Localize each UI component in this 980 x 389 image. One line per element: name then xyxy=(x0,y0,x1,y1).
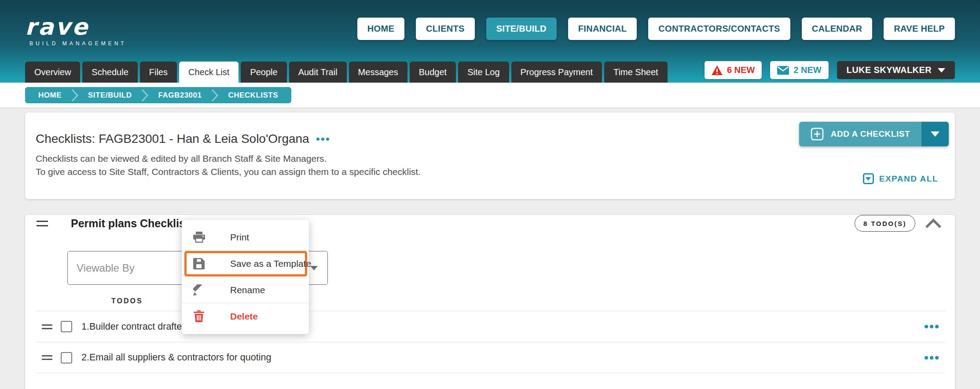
nav-home-button[interactable]: HOME xyxy=(357,18,404,40)
tab-time-sheet[interactable]: Time Sheet xyxy=(604,62,668,83)
menu-item-label: Save as a Template xyxy=(230,258,311,269)
user-menu-button[interactable]: LUKE SKYWALKER xyxy=(837,61,955,79)
nav-calendar-button[interactable]: CALENDAR xyxy=(802,18,873,40)
todo-row: 1.Builder contract drafted xyxy=(36,311,945,342)
nav-site-build-button[interactable]: SITE/BUILD xyxy=(486,18,557,40)
tab-check-list[interactable]: Check List xyxy=(179,62,239,83)
todo-more-icon[interactable] xyxy=(925,356,939,360)
add-checklist-split-button: ADD A CHECKLIST xyxy=(799,122,949,146)
page-title-more-icon[interactable] xyxy=(316,138,329,141)
checklist-card: Permit plans Checklist 8 TODO(S) Viewabl… xyxy=(25,215,955,389)
checklist-title: Permit plans Checklist xyxy=(71,217,189,230)
tab-budget[interactable]: Budget xyxy=(410,62,456,83)
tab-audit-trail[interactable]: Audit Trail xyxy=(289,62,347,83)
breadcrumb-home[interactable]: HOME xyxy=(25,91,75,100)
add-checklist-button[interactable]: ADD A CHECKLIST xyxy=(799,122,921,146)
todo-drag-handle-icon[interactable] xyxy=(42,355,52,360)
printer-icon xyxy=(193,232,205,243)
tab-site-log[interactable]: Site Log xyxy=(458,62,509,83)
expand-all-icon xyxy=(863,173,874,184)
tab-progress-payment[interactable]: Progress Payment xyxy=(511,62,602,83)
user-name: LUKE SKYWALKER xyxy=(847,65,932,75)
save-icon xyxy=(193,258,205,269)
rave-logo-subtitle: BUILD MANAGEMENT xyxy=(25,40,127,47)
pencil-icon xyxy=(193,284,205,296)
rave-logo[interactable]: rave BUILD MANAGEMENT xyxy=(25,15,127,47)
main-content: Checklists: FAGB23001 - Han & Leia Solo'… xyxy=(0,108,980,389)
tab-files[interactable]: Files xyxy=(140,62,177,83)
breadcrumb-checklists[interactable]: CHECKLISTS xyxy=(215,91,291,100)
rave-logo-text: rave xyxy=(25,15,127,39)
todos-column-label: TODOS xyxy=(111,297,143,305)
alerts-area: 6 NEW 2 NEW LUKE SKYWALKER xyxy=(705,61,955,79)
menu-item-label: Delete xyxy=(230,311,258,322)
plus-square-icon xyxy=(811,127,824,141)
warning-alerts-badge[interactable]: 6 NEW xyxy=(705,61,762,79)
menu-item-print[interactable]: Print xyxy=(182,224,309,250)
menu-item-highlight-box: Save as a Template xyxy=(184,251,307,276)
todo-row: 2.Email all suppliers & contractors for … xyxy=(36,342,945,373)
page-description-line-2: To give access to Site Staff, Contractor… xyxy=(25,165,955,178)
nav-financial-button[interactable]: FINANCIAL xyxy=(568,18,637,40)
trash-icon xyxy=(193,310,205,322)
tab-messages[interactable]: Messages xyxy=(349,62,407,83)
project-tabs: Overview Schedule Files Check List Peopl… xyxy=(25,62,668,83)
add-checklist-label: ADD A CHECKLIST xyxy=(831,129,910,139)
menu-divider xyxy=(182,250,309,251)
chevron-up-icon xyxy=(925,218,942,229)
todo-list: 1.Builder contract drafted 2.Email all s… xyxy=(25,311,955,373)
breadcrumb-project-id[interactable]: FAGB23001 xyxy=(145,91,215,100)
warning-alerts-count: 6 NEW xyxy=(727,65,755,75)
nav-rave-help-button[interactable]: RAVE HELP xyxy=(884,18,955,40)
checklist-context-menu: Print Save as a Template Rename Delete xyxy=(182,220,309,334)
caret-down-icon xyxy=(310,266,318,270)
todo-drag-handle-icon[interactable] xyxy=(42,324,52,329)
todo-text: 1.Builder contract drafted xyxy=(81,321,187,332)
envelope-icon xyxy=(777,66,789,75)
tab-schedule[interactable]: Schedule xyxy=(82,62,137,83)
expand-all-button[interactable]: EXPAND ALL xyxy=(863,173,938,184)
chevron-down-icon xyxy=(938,68,945,73)
menu-item-label: Print xyxy=(230,232,249,243)
page-header-card: Checklists: FAGB23001 - Han & Leia Solo'… xyxy=(25,113,955,199)
tab-people[interactable]: People xyxy=(241,62,286,83)
app-header: rave BUILD MANAGEMENT HOME CLIENTS SITE/… xyxy=(0,0,980,83)
breadcrumb: HOME SITE/BUILD FAGB23001 CHECKLISTS xyxy=(25,87,291,103)
todo-count-badge: 8 TODO(S) xyxy=(855,215,915,232)
expand-all-label: EXPAND ALL xyxy=(879,174,938,184)
breadcrumb-site-build[interactable]: SITE/BUILD xyxy=(75,91,145,100)
todo-checkbox[interactable] xyxy=(61,352,72,364)
caret-down-icon xyxy=(931,131,940,137)
menu-item-delete[interactable]: Delete xyxy=(182,303,309,329)
page-description-line-1: Checklists can be viewed & edited by all… xyxy=(25,146,955,165)
checklist-drag-handle-icon[interactable] xyxy=(37,221,48,226)
page-title: Checklists: FAGB23001 - Han & Leia Solo'… xyxy=(36,132,309,146)
message-alerts-badge[interactable]: 2 NEW xyxy=(770,61,828,79)
top-nav: HOME CLIENTS SITE/BUILD FINANCIAL CONTRA… xyxy=(357,18,955,40)
nav-contractors-contacts-button[interactable]: CONTRACTORS/CONTACTS xyxy=(648,18,790,40)
menu-item-rename[interactable]: Rename xyxy=(182,277,309,303)
message-alerts-count: 2 NEW xyxy=(793,65,821,75)
tab-overview[interactable]: Overview xyxy=(25,62,80,83)
viewable-by-placeholder: Viewable By xyxy=(68,262,135,274)
menu-item-save-as-template[interactable]: Save as a Template xyxy=(187,253,305,274)
breadcrumb-strip: HOME SITE/BUILD FAGB23001 CHECKLISTS xyxy=(0,83,980,108)
nav-clients-button[interactable]: CLIENTS xyxy=(416,18,475,40)
collapse-checklist-button[interactable] xyxy=(925,218,942,229)
warning-triangle-icon xyxy=(712,65,723,75)
todo-checkbox[interactable] xyxy=(61,321,72,332)
add-checklist-dropdown-button[interactable] xyxy=(921,122,949,146)
menu-item-label: Rename xyxy=(230,285,265,295)
todo-more-icon[interactable] xyxy=(925,325,939,328)
todo-text: 2.Email all suppliers & contractors for … xyxy=(81,352,271,363)
